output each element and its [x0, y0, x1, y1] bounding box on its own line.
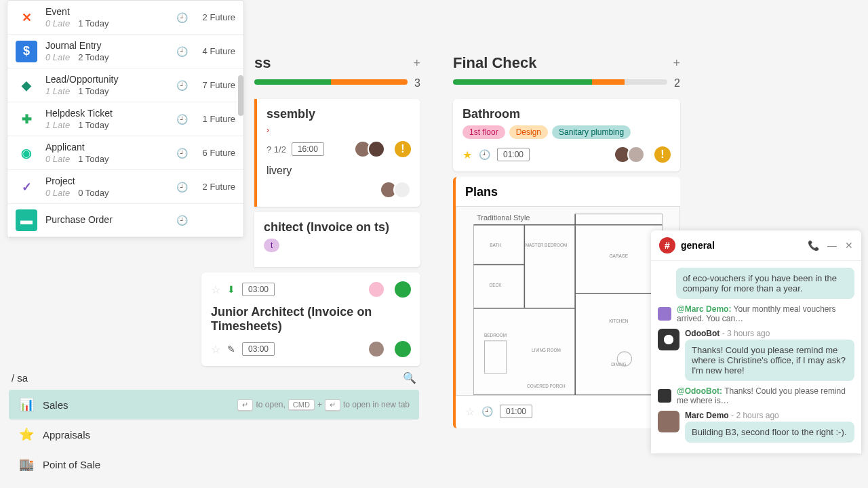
avatar — [658, 329, 679, 350]
command-palette: 🔍 📊 Sales ↵ to open, CMD + ↵ to open in … — [9, 366, 419, 479]
app-icon: ✕ — [16, 7, 37, 28]
chat-message: Building B3, second floor to the right :… — [685, 422, 854, 443]
plan-style-label: Traditional Style — [477, 214, 530, 222]
tag: Design — [509, 125, 548, 139]
activity-name: Helpdesk Ticket — [45, 108, 171, 119]
svg-text:BEDROOM: BEDROOM — [484, 333, 507, 338]
card-time: 01:00 — [497, 148, 530, 161]
column-title: Final Check — [453, 54, 673, 72]
activity-item[interactable]: ▬ Purchase Order 🕘 — [7, 204, 243, 237]
svg-text:LIVING ROOM: LIVING ROOM — [532, 348, 561, 352]
warning-icon: ! — [395, 141, 411, 157]
card-tags: 1st floorDesignSanitary plumbing — [462, 125, 671, 139]
download-icon[interactable]: ⬇ — [227, 284, 235, 295]
column-title: ss — [254, 54, 413, 72]
future-count: 2 Future — [188, 182, 235, 192]
kanban-card[interactable]: chitect (Invoice on ts) t — [254, 212, 420, 267]
app-icon: 📊 — [18, 396, 35, 413]
command-result[interactable]: ⭐ Appraisals — [9, 420, 419, 449]
chat-body: of eco-vouchers if you have been in the … — [651, 261, 861, 453]
card-fraction: ? 1/2 — [267, 144, 286, 155]
minimize-icon[interactable]: — — [827, 240, 837, 251]
search-icon[interactable]: 🔍 — [403, 371, 416, 384]
app-icon: 🏬 — [18, 456, 35, 472]
clock-icon[interactable]: 🕘 — [176, 114, 188, 125]
kanban-card[interactable]: ssembly › ? 1/2 16:00 ! livery — [254, 99, 420, 207]
clock-icon[interactable]: 🕘 — [176, 46, 188, 57]
activity-name: Purchase Order — [45, 214, 171, 225]
app-icon: ▬ — [16, 209, 37, 231]
svg-rect-1 — [575, 214, 662, 395]
activity-item[interactable]: ✚ Helpdesk Ticket 1 Late1 Today 🕘 1 Futu… — [7, 102, 243, 136]
activity-name: Lead/Opportunity — [45, 74, 171, 85]
card-line: › — [267, 125, 411, 135]
card-title: Plans — [456, 185, 680, 199]
clock-icon[interactable]: 🕘 — [176, 182, 188, 192]
future-count: 2 Future — [188, 12, 235, 22]
scrollbar-thumb[interactable] — [238, 75, 243, 116]
clock-icon[interactable]: 🕘 — [176, 12, 188, 23]
today-count: 0 Today — [78, 188, 108, 198]
command-results: 📊 Sales ↵ to open, CMD + ↵ to open in ne… — [9, 390, 419, 479]
column-count: 3 — [414, 77, 420, 89]
card-time: 03:00 — [242, 283, 275, 296]
command-label: Point of Sale — [43, 459, 410, 470]
activity-item[interactable]: ◆ Lead/Opportunity 1 Late1 Today 🕘 7 Fut… — [7, 68, 243, 102]
svg-rect-10 — [485, 341, 507, 373]
app-icon: ⭐ — [18, 426, 35, 443]
activity-item[interactable]: $ Journal Entry 0 Late2 Today 🕘 4 Future — [7, 35, 243, 68]
late-count: 0 Late — [45, 154, 70, 164]
late-count: 0 Late — [45, 52, 70, 62]
future-count: 6 Future — [188, 148, 235, 158]
card-time: 16:00 — [292, 142, 324, 156]
kanban-card-bathroom[interactable]: Bathroom 1st floorDesignSanitary plumbin… — [453, 99, 680, 171]
activity-name: Project — [45, 176, 171, 186]
edit-icon[interactable]: ✎ — [227, 344, 235, 354]
command-result[interactable]: 🏬 Point of Sale — [9, 449, 419, 479]
star-icon[interactable]: ★ — [462, 148, 472, 161]
channel-name: general — [681, 240, 800, 251]
svg-text:GARAGE: GARAGE — [610, 253, 628, 258]
tag: Sanitary plumbing — [552, 125, 631, 139]
msg-author: OdooBot — [685, 329, 719, 338]
kanban-card-plans[interactable]: Plans Traditional Style BATH MASTER — [453, 177, 680, 428]
clock-icon[interactable]: 🕘 — [176, 215, 188, 226]
clock-icon[interactable]: 🕘 — [176, 148, 188, 159]
late-count: 1 Late — [45, 86, 70, 96]
clock-icon[interactable]: 🕘 — [176, 80, 188, 91]
chat-message: of eco-vouchers if you have been in the … — [676, 268, 854, 299]
svg-text:BATH: BATH — [490, 243, 501, 247]
app-icon: ✓ — [16, 176, 37, 198]
kanban-card[interactable]: ☆ ⬇ 03:00 Junior Architect (Invoice on T… — [201, 272, 420, 366]
msg-time: - 3 hours ago — [722, 329, 770, 338]
close-icon[interactable]: ✕ — [845, 240, 853, 251]
activity-name: Event — [45, 6, 171, 17]
activity-name: Journal Entry — [45, 40, 171, 51]
today-count: 2 Today — [78, 52, 108, 62]
star-icon[interactable]: ☆ — [465, 405, 475, 418]
floor-plan-image: Traditional Style BATH MASTER BEDROOM DE — [456, 206, 680, 396]
add-card-icon[interactable]: + — [413, 56, 420, 70]
chat-widget: # general 📞 — ✕ of eco-vouchers if you h… — [651, 230, 861, 453]
today-count: 1 Today — [78, 86, 108, 96]
clock-icon: 🕘 — [479, 149, 490, 160]
activity-item[interactable]: ◉ Applicant 0 Late1 Today 🕘 6 Future — [7, 136, 243, 170]
star-icon[interactable]: ☆ — [211, 283, 220, 296]
app-icon: $ — [16, 41, 37, 62]
card-subtitle: livery — [267, 165, 411, 177]
add-card-icon[interactable]: + — [673, 56, 680, 70]
command-result[interactable]: 📊 Sales ↵ to open, CMD + ↵ to open in ne… — [9, 390, 419, 420]
svg-text:MASTER BEDROOM: MASTER BEDROOM — [526, 243, 568, 247]
today-count: 1 Today — [78, 120, 108, 130]
command-input[interactable] — [12, 372, 403, 384]
msg-time: - 2 hours ago — [731, 411, 779, 420]
chat-preview: @Marc Demo: Your monthly meal vouchers a… — [677, 304, 854, 323]
activity-item[interactable]: ✕ Event 0 Late1 Today 🕘 2 Future — [7, 1, 243, 35]
command-hint: ↵ to open, CMD + ↵ to open in new tab — [237, 399, 410, 411]
call-icon[interactable]: 📞 — [808, 240, 819, 251]
star-icon[interactable]: ☆ — [211, 343, 220, 356]
channel-hash-icon: # — [659, 237, 675, 253]
status-dot — [395, 341, 411, 357]
activity-item[interactable]: ✓ Project 0 Late0 Today 🕘 2 Future — [7, 170, 243, 204]
today-count: 1 Today — [78, 154, 108, 164]
